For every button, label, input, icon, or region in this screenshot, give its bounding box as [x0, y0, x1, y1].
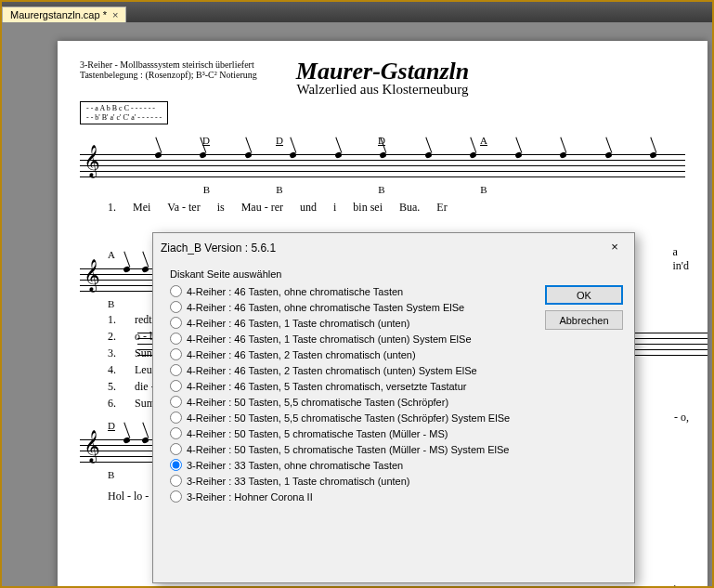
radio-option[interactable]: 4-Reiher : 50 Tasten, 5 chromatische Tas… [170, 427, 545, 439]
radio-input[interactable] [170, 348, 182, 360]
radio-input[interactable] [170, 333, 182, 345]
verse-number: 4. [108, 361, 116, 378]
radio-label: 4-Reiher : 50 Tasten, 5,5 chromatische T… [187, 412, 510, 424]
dialog-titlebar[interactable]: Ziach_B Version : 5.6.1 × [153, 233, 634, 263]
treble-clef-icon: 𝄞 [84, 430, 100, 463]
lyric-syllable: in'd [673, 259, 690, 273]
diskant-dialog: Ziach_B Version : 5.6.1 × Diskant Seite … [152, 232, 635, 583]
radio-option[interactable]: 4-Reiher : 46 Tasten, ohne chromatische … [170, 285, 545, 297]
lyric-syllable: Mau - rer [241, 201, 283, 215]
radio-input[interactable] [170, 459, 182, 471]
music-staff-partial: A 𝄞 B [80, 261, 163, 298]
lyric-syllable: a [673, 245, 690, 259]
radio-input[interactable] [170, 475, 182, 487]
radio-option[interactable]: 4-Reiher : 46 Tasten, 2 Tasten chromatis… [170, 348, 545, 360]
tab-bar: Maurergstanzln.cap * × [2, 2, 712, 22]
chord: A [108, 249, 134, 260]
radio-option[interactable]: 4-Reiher : 46 Tasten, ohne chromatische … [170, 301, 545, 313]
radio-option[interactable]: 4-Reiher : 46 Tasten, 2 Tasten chromatis… [170, 364, 545, 376]
chord: B [80, 184, 228, 195]
radio-label: 3-Reiher : 33 Tasten, 1 Taste chromatisc… [187, 476, 410, 487]
lyrics-line-1: 1. Mei Va - ter is Mau - rer und i bin s… [80, 201, 685, 215]
radio-option[interactable]: 3-Reiher : Hohner Corona II [170, 490, 545, 503]
page-footer: burg musik.at [659, 583, 691, 586]
tablature-line: - - b' B' a' c' C' a' - - - - - - [86, 113, 162, 123]
radio-list: 4-Reiher : 46 Tasten, ohne chromatische … [170, 285, 545, 503]
close-icon[interactable]: × [603, 239, 627, 257]
radio-option[interactable]: 4-Reiher : 50 Tasten, 5 chromatische Tas… [170, 443, 545, 455]
radio-option[interactable]: 4-Reiher : 46 Tasten, 5 Tasten chromatis… [170, 380, 545, 392]
radio-option[interactable]: 4-Reiher : 50 Tasten, 5,5 chromatische T… [170, 412, 545, 424]
dialog-buttons: OK Abbrechen [545, 268, 623, 503]
notes [117, 438, 154, 443]
lyric-trail: a in'd [673, 245, 690, 273]
radio-label: 4-Reiher : 46 Tasten, 2 Tasten chromatis… [187, 349, 416, 360]
radio-input[interactable] [170, 490, 182, 503]
radio-label: 4-Reiher : 46 Tasten, 5 Tasten chromatis… [187, 381, 466, 392]
verse-number: 2. [108, 328, 116, 345]
music-staff-partial: D 𝄞 B [80, 432, 163, 469]
chord: B [108, 298, 133, 309]
lyric-syllable: Er [436, 201, 447, 215]
tablature-box: - - a A b B c C - - - - - - - - b' B' a'… [80, 101, 168, 124]
verse-number: 5. [108, 378, 116, 395]
chord: D [228, 135, 331, 146]
verse-number: 3. [108, 345, 116, 361]
radio-label: 4-Reiher : 46 Tasten, 1 Taste chromatisc… [187, 318, 410, 329]
radio-option[interactable]: 4-Reiher : 46 Tasten, 1 Taste chromatisc… [170, 333, 545, 345]
radio-input[interactable] [170, 412, 182, 424]
lyric-syllable: 1. [108, 201, 116, 215]
chord: B [108, 469, 133, 480]
lyric-syllable: is [217, 201, 225, 215]
radio-input[interactable] [170, 443, 182, 455]
radio-label: 4-Reiher : 50 Tasten, 5 chromatische Tas… [187, 428, 448, 439]
chord-row-bottom: B B B B [80, 184, 685, 195]
lyric-syllable: i [333, 201, 336, 215]
chord: B [331, 184, 433, 195]
radio-label: 4-Reiher : 50 Tasten, 5 chromatische Tas… [187, 444, 509, 455]
lyric-syllable: und [300, 201, 317, 215]
radio-label: 3-Reiher : 33 Tasten, ohne chromatische … [187, 460, 403, 471]
chord: A [433, 135, 535, 146]
notes [136, 152, 676, 158]
radio-label: 3-Reiher : Hohner Corona II [187, 491, 313, 503]
music-staff: D D D A 𝄞 B B B B [80, 147, 685, 184]
lyric-syllable: Mei [133, 201, 150, 215]
radio-option[interactable]: 3-Reiher : 33 Tasten, 1 Taste chromatisc… [170, 475, 545, 487]
close-icon[interactable]: × [112, 9, 118, 20]
verse-trail: - o, [674, 411, 689, 425]
document-tab[interactable]: Maurergstanzln.cap * × [2, 7, 126, 22]
chord: B [228, 184, 331, 195]
radio-input[interactable] [170, 427, 182, 439]
radio-input[interactable] [170, 317, 182, 329]
options-group-label: Diskant Seite auswählen [170, 268, 545, 280]
radio-option[interactable]: 4-Reiher : 50 Tasten, 5,5 chromatische T… [170, 396, 545, 408]
tab-title: Maurergstanzln.cap * [10, 9, 107, 20]
radio-input[interactable] [170, 380, 182, 392]
radio-input[interactable] [170, 285, 182, 297]
chord: D [80, 135, 228, 146]
radio-label: 4-Reiher : 46 Tasten, 1 Taste chromatisc… [187, 333, 472, 345]
radio-option[interactable]: 3-Reiher : 33 Tasten, ohne chromatische … [170, 459, 545, 471]
radio-label: 4-Reiher : 46 Tasten, ohne chromatische … [187, 286, 403, 297]
chord: B [433, 184, 535, 195]
chord: D [108, 420, 134, 431]
radio-label: 4-Reiher : 50 Tasten, 5,5 chromatische T… [187, 397, 448, 408]
notes [117, 267, 154, 272]
dialog-options-panel: Diskant Seite auswählen 4-Reiher : 46 Ta… [170, 268, 545, 503]
cancel-button[interactable]: Abbrechen [545, 310, 623, 330]
dialog-body: Diskant Seite auswählen 4-Reiher : 46 Ta… [153, 263, 634, 512]
verse-number: 6. [108, 395, 116, 412]
radio-input[interactable] [170, 301, 182, 313]
radio-label: 4-Reiher : 46 Tasten, ohne chromatische … [187, 302, 464, 313]
staff-lines [80, 154, 685, 182]
ok-button[interactable]: OK [545, 285, 623, 305]
radio-option[interactable]: 4-Reiher : 46 Tasten, 1 Taste chromatisc… [170, 317, 545, 329]
radio-input[interactable] [170, 396, 182, 408]
tablature-line: - - a A b B c C - - - - - - [86, 104, 162, 113]
lyric-syllable: bin sei [353, 201, 383, 215]
radio-input[interactable] [170, 364, 182, 376]
lyric-syllable: Bua. [399, 201, 420, 215]
footer-text: burg [659, 583, 691, 586]
treble-clef-icon: 𝄞 [84, 145, 100, 177]
